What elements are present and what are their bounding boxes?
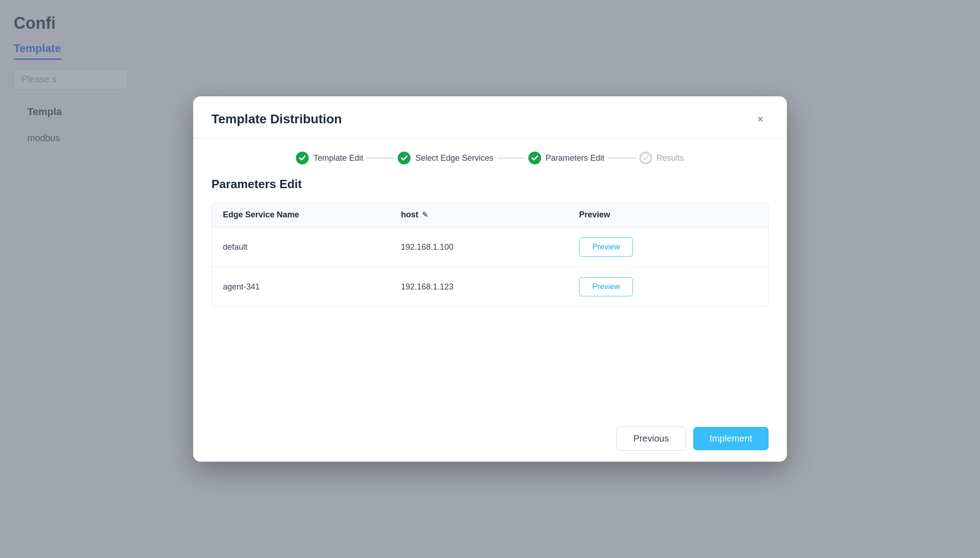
- step-template-edit: Template Edit: [296, 152, 363, 164]
- step-template-edit-icon: [296, 152, 309, 164]
- svg-point-0: [297, 152, 309, 164]
- connector-2: [497, 158, 525, 158]
- row-agent-341-name: agent-341: [223, 282, 401, 292]
- connector-1: [367, 158, 394, 158]
- step-parameters-edit: Parameters Edit: [528, 152, 605, 164]
- svg-point-3: [641, 153, 651, 163]
- step-parameters-edit-icon: [528, 152, 541, 164]
- implement-button[interactable]: Implement: [693, 427, 769, 450]
- table-row: agent-341 192.168.1.123 Preview: [212, 267, 768, 306]
- table-row: default 192.168.1.100 Preview: [212, 227, 768, 267]
- row-default-preview-cell: Preview: [579, 237, 757, 257]
- step-select-edge-services-label: Select Edge Services: [415, 153, 493, 163]
- table-header-host: host ✎: [401, 210, 579, 220]
- step-template-edit-label: Template Edit: [313, 153, 363, 163]
- modal-header: Template Distribution ×: [193, 96, 787, 139]
- parameters-table: Edge Service Name host ✎ Preview default…: [211, 202, 769, 307]
- row-agent-341-host: 192.168.1.123: [401, 282, 579, 292]
- close-button[interactable]: ×: [752, 111, 769, 127]
- step-select-edge-services-icon: [398, 152, 411, 164]
- modal-dialog: Template Distribution × Template Edit: [193, 96, 787, 462]
- step-results-label: Results: [657, 153, 684, 163]
- connector-3: [608, 158, 636, 158]
- modal-body: Parameters Edit Edge Service Name host ✎…: [193, 177, 787, 416]
- stepper: Template Edit Select Edge Services P: [193, 139, 787, 177]
- svg-point-1: [399, 152, 411, 164]
- modal-footer: Previous Implement: [193, 416, 787, 462]
- step-parameters-edit-label: Parameters Edit: [546, 153, 605, 163]
- section-title: Parameters Edit: [211, 177, 769, 191]
- row-default-name: default: [223, 242, 401, 252]
- svg-point-2: [529, 152, 541, 164]
- row-default-host: 192.168.1.100: [401, 242, 579, 252]
- host-edit-icon[interactable]: ✎: [422, 211, 428, 219]
- table-header-preview: Preview: [579, 210, 757, 220]
- row-default-preview-button[interactable]: Preview: [579, 237, 633, 257]
- table-header-edge-service-name: Edge Service Name: [223, 210, 401, 220]
- row-agent-341-preview-button[interactable]: Preview: [579, 277, 633, 296]
- step-select-edge-services: Select Edge Services: [398, 152, 493, 164]
- step-results: Results: [639, 152, 684, 164]
- previous-button[interactable]: Previous: [616, 426, 686, 451]
- modal-title: Template Distribution: [211, 112, 342, 126]
- table-header: Edge Service Name host ✎ Preview: [212, 203, 768, 227]
- step-results-icon: [639, 152, 652, 164]
- row-agent-341-preview-cell: Preview: [579, 277, 757, 296]
